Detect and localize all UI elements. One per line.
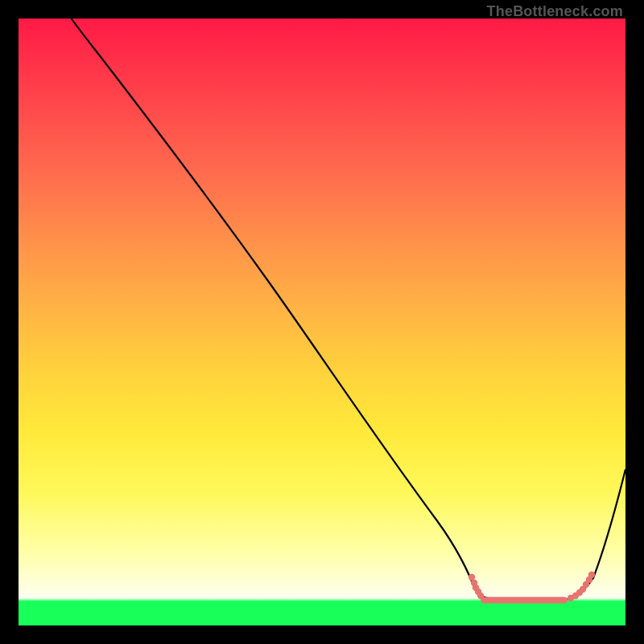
marker-dot [477, 592, 484, 599]
valley-highlight-pill [481, 597, 568, 604]
attribution-label: TheBottleneck.com [487, 3, 623, 20]
bottleneck-curve [67, 12, 625, 602]
marker-dot [588, 572, 595, 578]
chart-overlay-svg [19, 19, 625, 625]
chart-stage: TheBottleneck.com [0, 0, 644, 644]
